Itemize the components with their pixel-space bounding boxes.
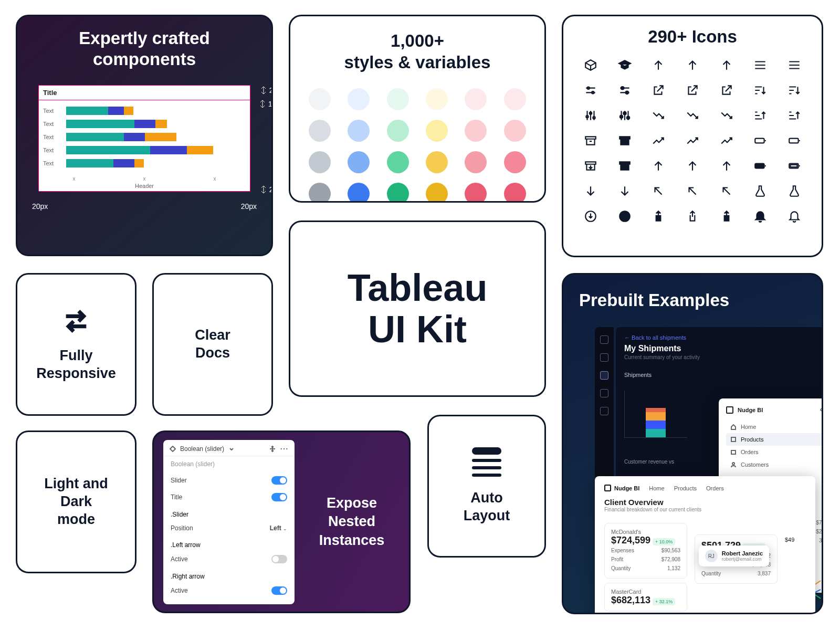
arrow-up-icon <box>686 159 699 175</box>
external-link-icon <box>720 83 733 99</box>
battery-empty-icon <box>788 134 801 150</box>
color-swatch <box>465 120 487 142</box>
sidebar <box>595 327 614 495</box>
toggle-right-active[interactable] <box>271 586 287 595</box>
svg-rect-17 <box>731 437 736 442</box>
swap-arrows-icon <box>61 306 91 337</box>
color-swatch <box>504 88 526 110</box>
card-title: Prebuilt Examples <box>579 290 822 310</box>
svg-rect-11 <box>789 139 798 143</box>
archive-down-icon <box>618 159 632 175</box>
toggle-left-active[interactable] <box>271 555 287 563</box>
card-title: Expose Nested Instances <box>295 494 409 549</box>
menu-icon <box>788 58 801 74</box>
share-icon <box>720 209 733 225</box>
color-swatch <box>504 183 526 203</box>
archive-icon <box>584 134 597 150</box>
color-swatch <box>348 120 370 142</box>
color-swatch <box>504 120 526 142</box>
external-link-icon <box>652 83 665 99</box>
sort-asc-icon <box>788 109 801 124</box>
trending-down-icon <box>720 109 733 124</box>
box-icon <box>584 58 597 74</box>
bell-icon <box>753 209 767 225</box>
arrow-up-icon <box>720 58 733 74</box>
external-link-icon <box>686 83 699 99</box>
svg-rect-12 <box>755 164 764 169</box>
dimension-label: 20px <box>241 202 257 211</box>
graduation-icon <box>618 58 632 74</box>
svg-point-8 <box>623 112 626 114</box>
card-responsive: Fully Responsive <box>16 273 136 416</box>
svg-point-9 <box>627 117 629 119</box>
download-circle-icon <box>584 209 597 225</box>
color-swatch <box>426 151 448 173</box>
battery-full-icon <box>788 159 801 175</box>
arrow-up-icon <box>686 58 699 74</box>
arrow-up-left-icon <box>686 184 699 200</box>
color-swatch <box>465 151 487 173</box>
color-swatch <box>309 183 331 203</box>
arrow-up-left-icon <box>652 184 665 200</box>
page-title: My Shipments <box>624 344 823 353</box>
stacked-bar-chart <box>624 391 687 438</box>
battery-full-icon <box>753 159 767 175</box>
toggle-slider[interactable] <box>271 476 287 485</box>
archive-icon <box>618 134 632 150</box>
color-swatch <box>348 183 370 203</box>
flask-icon <box>788 184 801 200</box>
trending-up-icon <box>686 134 699 150</box>
card-expertly-crafted: Expertly crafted components Title Text T… <box>16 15 273 256</box>
color-swatch <box>426 120 448 142</box>
color-swatch <box>309 88 331 110</box>
card-prebuilt-examples: Prebuilt Examples ← Back to all shipment… <box>562 273 823 614</box>
color-swatches <box>306 88 529 203</box>
card-title: Fully Responsive <box>36 347 116 383</box>
chart-footer: Header <box>39 183 250 191</box>
color-swatch <box>426 183 448 203</box>
arrow-up-icon <box>720 159 733 175</box>
move-icon <box>269 446 276 452</box>
icon-grid <box>576 58 809 225</box>
dimension-label: 20px <box>260 185 273 194</box>
toggle-title[interactable] <box>271 493 287 501</box>
equalizer-icon <box>618 109 632 124</box>
svg-point-2 <box>621 87 624 89</box>
arrow-down-icon <box>618 184 632 200</box>
dimension-label: 12px <box>259 100 273 108</box>
trending-down-icon <box>652 109 665 124</box>
card-title: Light and Dark mode <box>44 475 108 528</box>
color-swatch <box>465 88 487 110</box>
dimension-label: 20px <box>32 202 48 211</box>
battery-empty-icon <box>753 134 767 150</box>
arrow-up-icon <box>652 58 665 74</box>
diamond-icon <box>170 446 176 452</box>
color-swatch <box>465 183 487 203</box>
card-title: Auto Layout <box>464 489 510 525</box>
svg-point-16 <box>620 211 630 222</box>
card-nested-instances: Boolean (slider) ⋯ Boolean (slider) Slid… <box>152 430 411 613</box>
back-link[interactable]: ← Back to all shipments <box>624 334 823 341</box>
flask-icon <box>753 184 767 200</box>
color-swatch <box>504 151 526 173</box>
color-swatch <box>387 151 409 173</box>
auto-layout-icon <box>472 447 501 477</box>
trending-down-icon <box>686 109 699 124</box>
dimension-label: 20px <box>260 86 273 94</box>
color-swatch <box>348 151 370 173</box>
chart-title: Title <box>39 86 250 100</box>
sort-asc-icon <box>753 109 767 124</box>
bell-icon <box>788 209 801 225</box>
avatar: RJ <box>705 550 718 562</box>
nav-list: Home Products Orders Customers <box>726 421 823 471</box>
color-swatch <box>348 88 370 110</box>
trending-up-icon <box>652 134 665 150</box>
color-swatch <box>309 151 331 173</box>
arrow-down-icon <box>584 184 597 200</box>
sort-desc-icon <box>753 83 767 99</box>
card-title: Expertly crafted components <box>27 28 262 69</box>
download-circle-icon <box>618 209 632 225</box>
card-styles-variables: 1,000+ styles & variables <box>289 15 546 203</box>
archive-down-icon <box>584 159 597 175</box>
color-swatch <box>387 88 409 110</box>
